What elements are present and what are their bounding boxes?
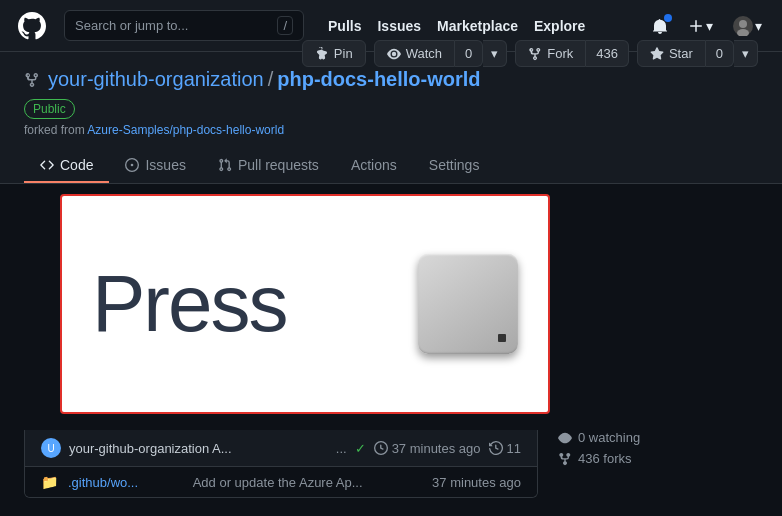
repo-org-link[interactable]: your-github-organization <box>48 68 264 91</box>
fork-label: Fork <box>547 46 573 61</box>
nav-marketplace[interactable]: Marketplace <box>437 18 518 34</box>
commit-status-icon: ✓ <box>355 441 366 456</box>
fork-count[interactable]: 436 <box>586 40 629 67</box>
tab-code[interactable]: Code <box>24 149 109 183</box>
commit-avatar: U <box>41 438 61 458</box>
nav-issues[interactable]: Issues <box>377 18 421 34</box>
visibility-badge: Public <box>24 99 75 119</box>
star-label: Star <box>669 46 693 61</box>
tab-actions-label: Actions <box>351 157 397 173</box>
tab-code-label: Code <box>60 157 93 173</box>
press-text: Press <box>92 258 287 350</box>
nav-links: Pulls Issues Marketplace Explore <box>328 18 585 34</box>
tab-issues-label: Issues <box>145 157 185 173</box>
breadcrumb: your-github-organization / php-docs-hell… <box>24 68 758 91</box>
nav-right: ▾ ▾ <box>648 12 766 40</box>
tab-pr-label: Pull requests <box>238 157 319 173</box>
watch-button[interactable]: Watch <box>374 40 455 67</box>
star-button-group: Star 0 ▾ <box>637 40 758 67</box>
notifications-button[interactable] <box>648 14 672 38</box>
commit-time: 37 minutes ago <box>374 441 481 456</box>
search-box[interactable]: Search or jump to... / <box>64 10 304 41</box>
github-logo[interactable] <box>16 10 48 42</box>
tab-actions[interactable]: Actions <box>335 149 413 183</box>
star-count[interactable]: 0 <box>706 40 734 67</box>
pin-button[interactable]: Pin <box>302 40 366 67</box>
repo-name-link[interactable]: php-docs-hello-world <box>277 68 480 91</box>
file-list: 📁 .github/wo... Add or update the Azure … <box>24 467 538 498</box>
star-caret[interactable]: ▾ <box>734 40 758 67</box>
nav-pulls[interactable]: Pulls <box>328 18 361 34</box>
create-button[interactable]: ▾ <box>684 14 717 38</box>
commit-count: 11 <box>489 441 521 456</box>
file-name[interactable]: .github/wo... <box>68 475 183 490</box>
svg-point-1 <box>739 20 747 28</box>
user-avatar-button[interactable]: ▾ <box>729 12 766 40</box>
content-sidebar: 0 watching 436 forks <box>558 430 758 498</box>
watch-button-group: Watch 0 ▾ <box>374 40 508 67</box>
watching-stat: 0 watching <box>558 430 758 445</box>
repo-actions: Pin Watch 0 ▾ Fork 436 Star 0 ▾ <box>302 40 758 67</box>
key-cap <box>418 254 518 354</box>
tab-pullrequests[interactable]: Pull requests <box>202 149 335 183</box>
commit-author: your-github-organization A... <box>69 441 328 456</box>
key-dot <box>498 334 506 342</box>
notification-dot <box>664 14 672 22</box>
watch-caret[interactable]: ▾ <box>483 40 507 67</box>
file-desc: Add or update the Azure Ap... <box>193 475 422 490</box>
watch-count[interactable]: 0 <box>455 40 483 67</box>
repo-tabs: Code Issues Pull requests Actions Settin… <box>24 149 758 183</box>
forks-stat: 436 forks <box>558 451 758 466</box>
search-shortcut: / <box>277 16 293 35</box>
nav-explore[interactable]: Explore <box>534 18 585 34</box>
watching-count: 0 watching <box>578 430 640 445</box>
file-row[interactable]: 📁 .github/wo... Add or update the Azure … <box>25 467 537 497</box>
tab-issues[interactable]: Issues <box>109 149 201 183</box>
content-area: U your-github-organization A... ... ✓ 37… <box>24 430 758 498</box>
star-button[interactable]: Star <box>637 40 706 67</box>
search-placeholder: Search or jump to... <box>75 18 188 33</box>
fork-source-link[interactable]: Azure-Samples/php-docs-hello-world <box>87 123 284 137</box>
repo-header: Pin Watch 0 ▾ Fork 436 Star 0 ▾ <box>0 52 782 184</box>
watch-label: Watch <box>406 46 442 61</box>
fork-button-group: Fork 436 <box>515 40 629 67</box>
file-time: 37 minutes ago <box>432 475 521 490</box>
fork-info: forked from Azure-Samples/php-docs-hello… <box>24 123 758 137</box>
folder-icon: 📁 <box>41 474 58 490</box>
commit-more-button[interactable]: ... <box>336 441 347 456</box>
pin-label: Pin <box>334 46 353 61</box>
main-content: Press U your-github-organization A... ..… <box>0 184 782 514</box>
forks-count: 436 forks <box>578 451 631 466</box>
content-main: U your-github-organization A... ... ✓ 37… <box>24 430 538 498</box>
fork-button[interactable]: Fork <box>515 40 586 67</box>
press-overlay: Press <box>60 194 550 414</box>
tab-settings[interactable]: Settings <box>413 149 496 183</box>
commit-row: U your-github-organization A... ... ✓ 37… <box>24 430 538 467</box>
tab-settings-label: Settings <box>429 157 480 173</box>
